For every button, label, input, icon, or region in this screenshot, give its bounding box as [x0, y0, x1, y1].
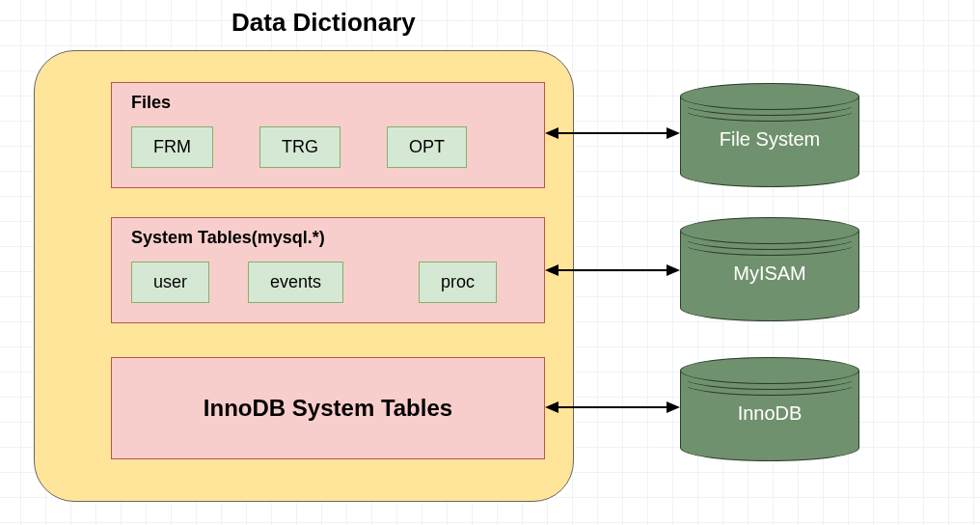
file-system-label: File System	[680, 128, 859, 151]
file-chip-opt: OPT	[387, 126, 467, 168]
innodb-storage-icon: InnoDB	[680, 357, 859, 461]
svg-marker-8	[667, 401, 680, 413]
arrow-innodb-to-innodb	[545, 398, 680, 417]
svg-marker-5	[667, 264, 680, 276]
arrow-files-to-fs	[545, 124, 680, 143]
innodb-label: InnoDB	[680, 402, 859, 425]
myisam-label: MyISAM	[680, 262, 859, 285]
system-tables-box: System Tables(mysql.*) user events proc	[111, 217, 545, 323]
svg-marker-2	[667, 127, 680, 139]
system-tables-items: user events proc	[131, 262, 525, 303]
system-chip-proc: proc	[419, 262, 497, 303]
innodb-system-tables-title: InnoDB System Tables	[204, 395, 452, 422]
innodb-system-tables-box: InnoDB System Tables	[111, 357, 545, 459]
files-box-title: Files	[131, 93, 171, 113]
files-items: FRM TRG OPT	[131, 126, 525, 168]
file-chip-trg: TRG	[259, 126, 340, 168]
svg-marker-4	[545, 264, 558, 276]
files-box: Files FRM TRG OPT	[111, 82, 545, 188]
file-system-storage-icon: File System	[680, 83, 859, 187]
system-tables-title: System Tables(mysql.*)	[131, 228, 325, 248]
myisam-storage-icon: MyISAM	[680, 217, 859, 321]
arrow-system-to-myisam	[545, 261, 680, 280]
diagram-title: Data Dictionary	[231, 8, 416, 38]
svg-marker-1	[545, 127, 558, 139]
system-chip-user: user	[131, 262, 209, 303]
file-chip-frm: FRM	[131, 126, 213, 168]
system-chip-events: events	[248, 262, 343, 303]
svg-marker-7	[545, 401, 558, 413]
